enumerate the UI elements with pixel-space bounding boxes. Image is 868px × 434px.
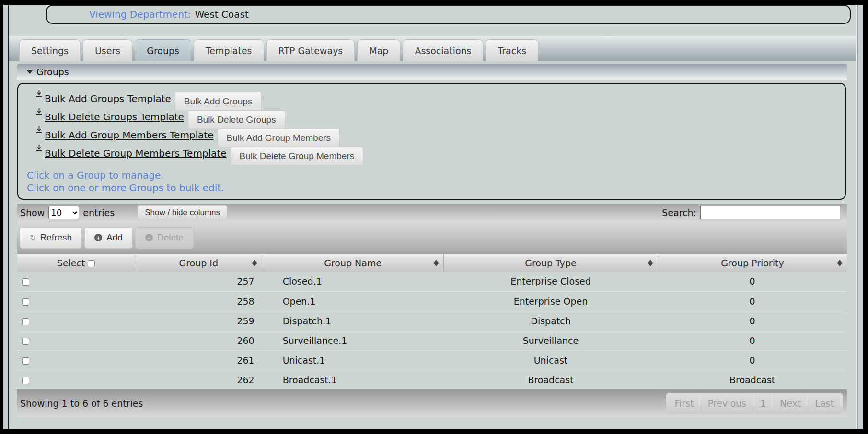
cell-group-id: 262 [135, 370, 262, 389]
cell-group-id: 260 [135, 331, 262, 350]
pagination-previous[interactable]: Previous [701, 394, 753, 412]
pagination-next[interactable]: Next [773, 394, 808, 412]
sort-icon[interactable] [837, 260, 842, 266]
delete-button[interactable]: − Delete [135, 227, 194, 249]
add-button[interactable]: + Add [84, 227, 133, 249]
cell-group-name: Open.1 [262, 291, 444, 311]
cell-group-type: Surveillance [444, 331, 658, 350]
column-header-select[interactable]: Select [17, 254, 135, 272]
table-row[interactable]: 261 Unicast.1 Unicast 0 [17, 350, 847, 370]
viewing-department-value: West Coast [195, 9, 249, 20]
tab-groups[interactable]: Groups [135, 39, 191, 61]
select-all-checkbox[interactable] [88, 260, 95, 267]
search-label: Search: [662, 207, 696, 218]
window-frame: Viewing Department: West Coast Settings … [3, 5, 863, 429]
bulk-row: Bulk Add Group Members Template Bulk Add… [36, 126, 845, 144]
column-header-group-name[interactable]: Group Name [262, 254, 444, 272]
tab-map[interactable]: Map [357, 39, 400, 61]
entries-label: entries [83, 207, 115, 218]
collapse-arrow-icon [27, 70, 33, 74]
tab-users[interactable]: Users [83, 39, 132, 61]
table-row[interactable]: 257 Closed.1 Enterprise Closed 0 [17, 272, 847, 291]
pagination-first[interactable]: First [668, 394, 701, 412]
sort-icon[interactable] [252, 260, 257, 266]
row-checkbox[interactable] [22, 318, 29, 325]
table-toolbar: Show 10 entries Show / hide columns Sear… [17, 204, 847, 221]
row-checkbox[interactable] [22, 278, 29, 286]
cell-group-name: Broadcast.1 [262, 370, 444, 389]
tab-associations[interactable]: Associations [403, 39, 483, 61]
sort-icon[interactable] [434, 260, 439, 266]
cell-group-type: Dispatch [444, 311, 658, 331]
entries-summary: Showing 1 to 6 of 6 entries [20, 398, 143, 409]
add-button-label: Add [106, 232, 123, 243]
cell-group-id: 257 [135, 272, 262, 291]
delete-icon: − [145, 234, 153, 241]
page: Viewing Department: West Coast Settings … [8, 5, 857, 429]
column-header-group-type[interactable]: Group Type [444, 254, 658, 272]
bulk-delete-group-members-template-link[interactable]: Bulk Delete Group Members Template [45, 148, 227, 159]
cell-group-priority: 0 [658, 350, 847, 370]
pagination: First Previous 1 Next Last [666, 393, 843, 414]
tab-tracks[interactable]: Tracks [486, 39, 538, 61]
groups-table: Select Group Id Group Name Group Type [17, 254, 847, 389]
cell-group-name: Dispatch.1 [262, 311, 444, 331]
row-checkbox[interactable] [22, 357, 29, 365]
row-checkbox[interactable] [22, 298, 29, 306]
cell-group-name: Unicast.1 [262, 350, 444, 370]
column-header-group-id[interactable]: Group Id [135, 254, 262, 272]
tab-templates[interactable]: Templates [194, 39, 264, 61]
row-checkbox[interactable] [22, 338, 29, 345]
add-icon: + [94, 234, 102, 241]
bulk-add-groups-template-link[interactable]: Bulk Add Groups Template [45, 93, 171, 104]
table-row[interactable]: 262 Broadcast.1 Broadcast Broadcast [17, 370, 847, 389]
bulk-delete-groups-template-link[interactable]: Bulk Delete Groups Template [45, 111, 184, 123]
cell-group-name: Surveillance.1 [262, 331, 444, 350]
bulk-row: Bulk Delete Groups Template Bulk Delete … [36, 108, 845, 126]
download-icon [36, 145, 42, 154]
cell-group-priority: 0 [658, 291, 847, 311]
table-header-row: Select Group Id Group Name Group Type [17, 254, 847, 272]
bulk-row: Bulk Add Groups Template Bulk Add Groups [36, 90, 845, 108]
download-icon [36, 126, 42, 136]
column-header-group-type-label: Group Type [525, 258, 577, 268]
column-header-group-priority[interactable]: Group Priority [658, 254, 847, 272]
tab-rtp-gateways[interactable]: RTP Gateways [266, 39, 355, 61]
viewing-department-banner: Viewing Department: West Coast [46, 5, 851, 24]
cell-group-priority: 0 [658, 272, 847, 291]
cell-group-type: Unicast [444, 350, 658, 370]
refresh-button[interactable]: ↻ Refresh [20, 227, 82, 249]
page-size-select[interactable]: 10 [48, 206, 79, 219]
groups-panel-header[interactable]: Groups [17, 64, 847, 80]
table-actions-bar: ↻ Refresh + Add − Delete [17, 221, 847, 254]
table-row[interactable]: 258 Open.1 Enterprise Open 0 [17, 291, 847, 311]
cell-group-priority: Broadcast [658, 370, 847, 389]
column-header-select-label: Select [57, 258, 85, 268]
pagination-last[interactable]: Last [808, 394, 841, 412]
sort-icon[interactable] [648, 260, 653, 266]
bulk-add-group-members-template-link[interactable]: Bulk Add Group Members Template [45, 129, 214, 141]
cell-group-type: Broadcast [444, 370, 658, 389]
table-row[interactable]: 259 Dispatch.1 Dispatch 0 [17, 311, 847, 331]
group-hints: Click on a Group to manage. Click on one… [27, 169, 845, 194]
cell-group-type: Enterprise Open [444, 291, 658, 311]
column-header-group-priority-label: Group Priority [721, 258, 784, 268]
cell-group-priority: 0 [658, 331, 847, 350]
scrollbar-track[interactable] [857, 5, 863, 429]
show-hide-columns-button[interactable]: Show / hide columns [138, 205, 227, 220]
refresh-icon: ↻ [30, 233, 36, 242]
bulk-actions-box: Bulk Add Groups Template Bulk Add Groups… [17, 83, 846, 200]
viewing-department-label: Viewing Department: [89, 9, 191, 20]
cell-group-type: Enterprise Closed [444, 272, 658, 291]
pagination-page-1[interactable]: 1 [753, 394, 773, 412]
bulk-delete-group-members-button[interactable]: Bulk Delete Group Members [231, 147, 364, 166]
search-input[interactable] [700, 206, 840, 219]
hint-bulk-edit: Click on one or more Groups to bulk edit… [27, 182, 845, 194]
table-row[interactable]: 260 Surveillance.1 Surveillance 0 [17, 331, 847, 350]
cell-group-id: 261 [135, 350, 262, 370]
tab-bar: Settings Users Groups Templates RTP Gate… [9, 36, 856, 61]
tab-settings[interactable]: Settings [19, 39, 81, 61]
cell-group-priority: 0 [658, 311, 847, 331]
row-checkbox[interactable] [22, 377, 29, 384]
column-header-group-name-label: Group Name [324, 258, 382, 268]
